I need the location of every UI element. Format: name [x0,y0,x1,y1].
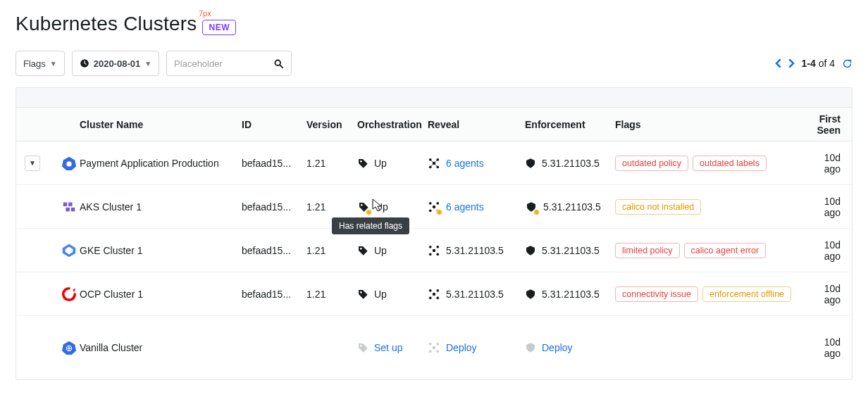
tooltip: Has related flags [332,217,409,234]
svg-rect-16 [68,202,73,206]
cluster-id: befaad15... [242,158,306,169]
reveal-cell: 5.31.21103.5 [428,288,525,301]
flag-chip[interactable]: outdated policy [615,156,688,171]
svg-line-11 [430,159,434,163]
next-page[interactable] [788,58,795,68]
flag-chip[interactable]: limited policy [615,243,680,258]
flags-cell: connectivity issue enforcement offline [615,286,815,302]
flag-chip[interactable]: outdated labels [693,156,767,171]
shield-icon [525,157,536,170]
reveal-cell[interactable]: 6 agents [428,157,525,170]
cluster-name: AKS Cluster 1 [80,201,242,213]
orchestration-cell: Up [357,245,428,256]
flag-chip[interactable]: connectivity issue [615,286,698,302]
tag-icon [357,342,368,353]
svg-point-23 [429,209,432,212]
search-field[interactable] [166,51,292,76]
col-reveal[interactable]: Reveal [428,119,525,130]
col-orchestration[interactable]: Orchestration [357,119,428,130]
pager-range: 1-4 of 4 [802,58,836,69]
flag-chip[interactable]: calico not installed [615,199,701,215]
tag-icon [357,158,368,169]
svg-point-4 [66,161,71,166]
page-title: Kubernetes Clusters [16,13,197,35]
gke-icon [61,243,77,258]
cursor-icon [371,198,383,213]
flags-cell: calico not installed [615,199,815,215]
svg-point-31 [429,253,432,255]
enforcement-cell: 5.31.21103.5 [525,157,615,170]
col-version[interactable]: Version [306,119,357,130]
clusters-table: Cluster Name ID Version Orchestration Re… [16,87,852,380]
svg-point-22 [436,201,439,204]
cluster-id: befaad15... [242,289,306,300]
date-picker[interactable]: 2020-08-01 ▼ [72,51,159,76]
svg-point-36 [436,289,439,291]
col-firstseen[interactable]: First Seen [815,113,841,136]
first-seen: 10d ago [815,152,841,175]
prev-page[interactable] [775,58,781,68]
flags-dropdown-label: Flags [23,58,46,69]
shield-icon [525,288,536,301]
table-row[interactable]: Vanilla Cluster Set up Deploy Deploy 10d… [16,316,852,379]
shield-icon [525,201,538,213]
tag-icon [357,201,370,213]
table-row[interactable]: ▼ Payment Application Production befaad1… [16,141,852,185]
openshift-icon [61,286,77,302]
search-input[interactable] [174,58,259,69]
svg-point-38 [436,296,439,299]
chevron-down-icon: ▼ [50,60,57,68]
orchestration-cell: Up [357,158,428,169]
table-row[interactable]: AKS Cluster 1 befaad15... 1.21 Up 6 agen… [16,185,852,229]
chevron-down-icon: ▼ [144,60,151,68]
col-flags[interactable]: Flags [615,119,815,130]
svg-point-21 [429,201,432,204]
new-badge: NEW [202,20,236,35]
flags-cell: outdated policy outdated labels [615,156,815,171]
agents-icon [428,157,440,170]
flag-chip[interactable]: enforcement offline [702,286,791,302]
svg-point-47 [429,350,432,353]
refresh-icon[interactable] [842,58,852,69]
svg-point-5 [360,160,362,163]
kubernetes-icon [61,156,77,171]
col-name[interactable]: Cluster Name [80,119,242,130]
first-seen: 10d ago [815,283,841,305]
col-id[interactable]: ID [242,119,306,130]
table-row[interactable]: OCP Cluster 1 befaad15... 1.21 Up 5.31.2… [16,272,852,316]
svg-line-13 [430,163,434,167]
flags-dropdown[interactable]: Flags ▼ [16,51,65,76]
svg-point-28 [433,248,436,252]
svg-point-48 [436,350,439,353]
enforcement-deploy[interactable]: Deploy [525,341,615,354]
enforcement-cell: 5.31.21103.5 [525,201,615,213]
orchestration-cell: Up [357,289,428,300]
svg-point-19 [361,204,363,206]
cluster-name: Vanilla Cluster [80,342,242,353]
agents-icon [428,341,440,354]
flag-chip[interactable]: calico agent error [684,243,767,258]
cluster-version: 1.21 [306,158,357,169]
agents-icon [428,244,440,257]
search-icon[interactable] [273,58,284,69]
cluster-name: OCP Cluster 1 [80,289,242,300]
svg-point-20 [433,205,436,208]
cluster-version: 1.21 [306,201,357,213]
svg-rect-18 [71,207,75,211]
aks-icon [61,199,77,215]
svg-point-46 [436,343,439,346]
orchestration-setup[interactable]: Set up [357,342,428,353]
agents-icon [428,201,440,213]
col-enforcement[interactable]: Enforcement [525,119,615,130]
reveal-cell: 5.31.21103.5 [428,244,525,257]
expand-row[interactable]: ▼ [25,156,40,171]
table-row[interactable]: GKE Cluster 1 befaad15... 1.21 Up 5.31.2… [16,229,852,272]
reveal-cell[interactable]: 6 agents [428,201,525,213]
first-seen: 10d ago [815,196,841,218]
shield-icon [525,341,536,354]
clock-icon [80,58,89,68]
shield-icon [525,244,536,257]
reveal-deploy[interactable]: Deploy [428,341,525,354]
svg-line-12 [434,159,438,163]
svg-rect-17 [66,207,70,211]
